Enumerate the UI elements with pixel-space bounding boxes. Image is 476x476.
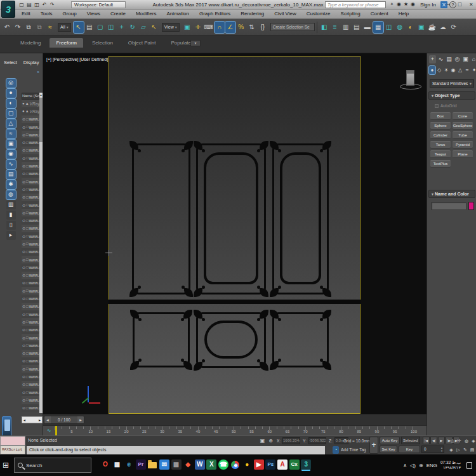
taskbar-icon-edge[interactable]: e: [124, 459, 134, 470]
utilities-tab-icon[interactable]: ⌂: [470, 55, 476, 63]
menu-item-civil-view[interactable]: Civil View: [269, 10, 301, 18]
display-cameras-icon[interactable]: △: [6, 119, 16, 128]
display-helpers-icon[interactable]: ≈: [6, 129, 16, 138]
display-bones-icon[interactable]: ▤: [6, 170, 16, 179]
search-go-icon[interactable]: ⌖: [388, 1, 395, 8]
select-and-move-icon[interactable]: +: [117, 22, 127, 33]
explorer-column-header[interactable]: Name (Sorted Ascen: [22, 93, 39, 100]
object-name-field[interactable]: [431, 202, 466, 210]
create-tab-icon[interactable]: +: [429, 55, 436, 63]
select-by-name-icon[interactable]: ▤: [84, 22, 95, 33]
mirror-frame-top-center[interactable]: [196, 143, 266, 294]
display-xrefs-icon[interactable]: ∿: [6, 160, 16, 169]
menu-item-tools[interactable]: Tools: [36, 10, 58, 18]
name-and-color-rollout[interactable]: ▾Name and Color: [428, 190, 475, 198]
mirror-frame-bottom-right[interactable]: [272, 312, 329, 367]
auto-key-button[interactable]: Auto Key: [380, 437, 400, 444]
notification-center-icon[interactable]: [466, 462, 472, 469]
list-item[interactable]: ⊙□www.d: [22, 178, 39, 185]
menu-item-graph-editors[interactable]: Graph Editors: [194, 10, 235, 18]
selection-filter-dropdown[interactable]: All ▾: [58, 23, 71, 32]
cameras-category-icon[interactable]: ◉: [450, 66, 456, 74]
list-item[interactable]: ⊙□www.d: [22, 263, 39, 271]
open-file-icon[interactable]: ▤: [25, 1, 33, 8]
object-type-button-geosphere[interactable]: GeoSphere: [453, 122, 473, 129]
column-view-icon[interactable]: ▯: [6, 221, 16, 230]
menu-item-customize[interactable]: Customize: [301, 10, 336, 18]
new-file-icon[interactable]: ▢: [18, 1, 25, 8]
geometry-category-icon[interactable]: ●: [429, 66, 435, 74]
taskbar-icon-autocad[interactable]: A: [277, 459, 288, 470]
hierarchy-tab-icon[interactable]: ▤: [446, 55, 453, 63]
list-item[interactable]: ⊙□www.d: [22, 326, 39, 334]
language-indicator[interactable]: ENG: [426, 463, 437, 468]
display-lights-icon[interactable]: ▢: [6, 109, 16, 118]
taskbar-icon-app-red[interactable]: ▶: [254, 459, 264, 470]
list-item[interactable]: ⊙□www.d: [22, 294, 39, 302]
display-none-icon[interactable]: ◎: [6, 79, 16, 88]
macro-recorder-line[interactable]: [0, 436, 25, 446]
list-item[interactable]: ⊙□www.d: [22, 396, 39, 404]
mirror-frame-bottom-center[interactable]: [196, 312, 266, 368]
scroll-up-icon[interactable]: ▲: [39, 93, 43, 97]
display-frozen-icon[interactable]: ✱: [6, 180, 16, 189]
modify-tab-icon[interactable]: ∿: [437, 55, 444, 63]
taskbar-search-box[interactable]: Search: [14, 458, 91, 473]
list-item[interactable]: ⊙□www.d: [22, 350, 39, 357]
taskbar-icon-chrome[interactable]: [230, 459, 241, 470]
display-groups-icon[interactable]: ◉: [6, 150, 16, 159]
window-crossing-icon[interactable]: ◫: [106, 22, 116, 33]
list-item[interactable]: ⊙□www.d: [22, 116, 39, 123]
explorer-tab-display[interactable]: Display: [23, 60, 39, 65]
workspace-dropdown[interactable]: Workspace: Default: [71, 1, 126, 8]
taskbar-icon-excel[interactable]: X: [206, 459, 216, 470]
taskbar-icon-whatsapp[interactable]: ☎: [218, 459, 228, 470]
bind-to-space-warp-icon[interactable]: ≈: [45, 22, 55, 33]
track-bar[interactable]: ∿ 51015202530354045505560657075808590951…: [43, 425, 426, 435]
autogrid-checkbox[interactable]: AutoGrid: [435, 103, 457, 108]
render-last-icon[interactable]: ⟳: [449, 22, 459, 33]
mini-curve-editor-icon[interactable]: ∿: [45, 427, 53, 435]
named-selection-input[interactable]: Create Selection Se: [270, 23, 315, 31]
display-geometry-icon[interactable]: ●: [6, 89, 16, 98]
taskbar-icon-photoshop[interactable]: Ps: [265, 459, 275, 470]
render-setup-icon[interactable]: ◐: [406, 22, 416, 33]
volume-icon[interactable]: ◁): [410, 463, 416, 468]
list-item[interactable]: ⊙□www.d: [22, 357, 39, 365]
rendered-frame-window-icon[interactable]: ▣: [416, 22, 426, 33]
object-type-button-cylinder[interactable]: Cylinder: [430, 131, 451, 139]
schematic-view-icon[interactable]: ◫: [384, 22, 394, 33]
redo-small-icon[interactable]: ↷: [48, 1, 56, 8]
explorer-tab-select[interactable]: Select: [4, 60, 17, 65]
render-in-cloud-icon[interactable]: ☁: [438, 22, 448, 33]
scroll-left-icon[interactable]: ◂: [23, 418, 25, 422]
search-input[interactable]: Type a keyword or phrase: [325, 1, 386, 8]
play-button[interactable]: ▶: [438, 437, 445, 444]
select-and-link-icon[interactable]: ⧉: [23, 22, 34, 33]
tray-chevron-icon[interactable]: ∧: [403, 463, 407, 468]
taskbar-icon-media-red[interactable]: ◆: [183, 459, 193, 470]
menu-item-help[interactable]: Help: [393, 10, 414, 18]
ribbon-tab-freeform[interactable]: Freeform: [50, 38, 83, 48]
object-type-button-tube[interactable]: Tube: [453, 131, 473, 139]
spinner-arrows-icon[interactable]: ▲▼: [440, 446, 443, 453]
snaps-toggle-icon[interactable]: ∩: [215, 22, 225, 33]
select-object-icon[interactable]: ↖: [74, 22, 84, 33]
taskbar-icon-3dsmax[interactable]: 3: [301, 459, 311, 470]
list-item[interactable]: ⊙□www.d: [22, 185, 39, 193]
list-item[interactable]: ⊙□www.d: [22, 131, 39, 138]
next-frame-icon[interactable]: ►: [77, 418, 84, 422]
mirror-icon[interactable]: ◧: [319, 22, 329, 33]
list-item[interactable]: ⊙□www.d: [22, 256, 39, 263]
key-filters-button[interactable]: Key Filters...: [399, 446, 420, 453]
undo-icon[interactable]: ↶: [2, 22, 12, 33]
time-config-icon[interactable]: ▤: [469, 446, 475, 454]
filter-icon[interactable]: ▸: [6, 231, 16, 240]
time-tag-icon[interactable]: ◔: [333, 446, 339, 454]
select-and-place-icon[interactable]: ↖: [149, 22, 159, 33]
list-item[interactable]: ⊙□www.d: [22, 318, 39, 326]
minimize-button[interactable]: –: [444, 1, 453, 8]
menu-item-create[interactable]: Create: [105, 10, 131, 18]
toggle-scene-explorer-icon[interactable]: ▥: [341, 22, 351, 33]
list-item[interactable]: ⊙□www.d: [22, 303, 39, 310]
